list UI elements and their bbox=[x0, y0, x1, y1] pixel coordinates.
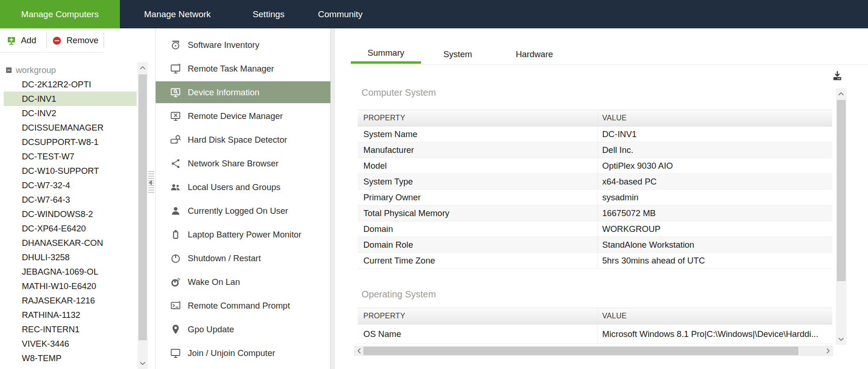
tree-item[interactable]: DC-TEST-W7 bbox=[0, 149, 137, 164]
tree-item[interactable]: ZMEETING-WIN10 bbox=[0, 365, 137, 369]
tree-item[interactable]: REC-INTERN1 bbox=[0, 322, 137, 336]
tree-item[interactable]: DC-W7-64-3 bbox=[0, 192, 137, 207]
table-row: Manufacturer Dell Inc. bbox=[358, 142, 832, 158]
table-header: PROPERTY VALUE bbox=[358, 110, 832, 126]
tree-item[interactable]: DC-2K12R2-OPTI bbox=[0, 77, 137, 92]
tool-item-label: Device Information bbox=[188, 87, 259, 98]
tree-item[interactable]: RATHINA-1132 bbox=[0, 308, 137, 322]
column-header-value: VALUE bbox=[598, 312, 832, 320]
tool-item-label: Gpo Update bbox=[188, 324, 234, 335]
tool-item[interactable]: Hard Disk Space Detector bbox=[156, 129, 330, 151]
tree-item[interactable]: DC-INV2 bbox=[0, 106, 137, 120]
tool-item[interactable]: Local Users and Groups bbox=[156, 176, 330, 198]
horizontal-scrollbar-thumb[interactable] bbox=[363, 347, 798, 355]
table-row: Total Physical Memory 16675072 MB bbox=[358, 205, 832, 221]
download-icon bbox=[831, 70, 844, 83]
tree-item[interactable]: DC-W10-SUPPORT bbox=[0, 164, 137, 178]
tree-item[interactable]: RAJASEKAR-1216 bbox=[0, 293, 137, 308]
tool-item-label: Remote Command Prompt bbox=[188, 301, 290, 311]
tree-item[interactable]: MATHI-W10-E6420 bbox=[0, 279, 137, 293]
tab[interactable]: System bbox=[423, 45, 493, 64]
tool-item[interactable]: Software Inventory bbox=[156, 34, 330, 56]
tree-item[interactable]: DCSUPPORT-W8-1 bbox=[0, 135, 137, 149]
tool-item[interactable]: Join / Unjoin Computer bbox=[156, 342, 330, 364]
add-button[interactable]: Add bbox=[7, 33, 36, 48]
nav-tab[interactable]: Manage Network bbox=[133, 0, 222, 28]
value-cell: 16675072 MB bbox=[598, 208, 832, 218]
vertical-scrollbar[interactable] bbox=[836, 88, 847, 345]
local-users-groups-icon bbox=[170, 181, 182, 193]
remove-button-label: Remove bbox=[66, 35, 99, 46]
vertical-scrollbar-thumb[interactable] bbox=[837, 100, 846, 281]
tree-item[interactable]: DC-WINDOWS8-2 bbox=[0, 207, 137, 221]
tree-item[interactable]: JEBAGNA-1069-OL bbox=[0, 264, 137, 279]
tree-item-label: ZMEETING-WIN10 bbox=[22, 368, 95, 369]
tree-item-list: DC-2K12R2-OPTI DC-INV1 DC-INV2 DCISSUEMA… bbox=[0, 77, 137, 369]
table-row: Model OptiPlex 9030 AIO bbox=[358, 158, 832, 174]
tree-item-label: RATHINA-1132 bbox=[22, 310, 80, 320]
tree-item[interactable]: DCISSUEMANAGER bbox=[0, 120, 137, 135]
property-cell: Primary Owner bbox=[358, 190, 598, 205]
logged-on-user-icon bbox=[170, 205, 182, 217]
software-inventory-icon bbox=[170, 39, 182, 51]
chevron-up-icon[interactable] bbox=[138, 63, 147, 72]
tool-item[interactable]: Remote Task Manager bbox=[156, 58, 330, 79]
operating-system-table: PROPERTY VALUE OS Name Microsoft Windows… bbox=[358, 308, 832, 344]
chevron-left-icon[interactable] bbox=[355, 346, 364, 356]
tab-bar-underline bbox=[351, 64, 868, 65]
splitter-collapse-handle[interactable] bbox=[148, 171, 154, 194]
tree-item[interactable]: DHANASEKAR-CON bbox=[0, 236, 137, 250]
collapse-minus-icon[interactable] bbox=[6, 67, 12, 73]
horizontal-scrollbar[interactable] bbox=[354, 346, 833, 356]
chevron-down-icon[interactable] bbox=[138, 359, 147, 368]
tree-item[interactable]: W8-TEMP bbox=[0, 351, 137, 365]
tree-item-label: REC-INTERN1 bbox=[22, 324, 79, 335]
nav-tab[interactable]: Manage Computers bbox=[0, 0, 120, 28]
nav-tab[interactable]: Community bbox=[307, 0, 374, 28]
tool-item[interactable]: Laptop Battery Power Monitor bbox=[156, 224, 330, 245]
tree-item-label: W8-TEMP bbox=[22, 353, 61, 363]
tree-scrollbar-thumb[interactable] bbox=[138, 74, 147, 340]
table-row: OS Name Microsoft Windows 8.1 Pro|C:\Win… bbox=[358, 324, 832, 344]
tool-item[interactable]: Remote Command Prompt bbox=[156, 295, 330, 316]
tree-root-workgroup[interactable]: workgroup bbox=[0, 63, 137, 77]
tool-item[interactable]: Network Share Browser bbox=[156, 152, 330, 174]
property-cell: Total Physical Memory bbox=[358, 205, 598, 221]
tab[interactable]: Summary bbox=[351, 45, 421, 64]
table-row: Domain Role StandAlone Workstation bbox=[358, 237, 832, 253]
tree-item-label: DC-XP64-E6420 bbox=[22, 224, 86, 234]
top-navigation: Manage Computers Manage Network Settings… bbox=[0, 0, 868, 28]
tree-item[interactable]: DC-INV1 bbox=[4, 92, 137, 106]
table-row: Domain WORKGROUP bbox=[358, 221, 832, 237]
tool-item[interactable]: Currently Logged On User bbox=[156, 200, 330, 222]
column-header-value: VALUE bbox=[598, 114, 832, 122]
tool-item-label: Wake On Lan bbox=[188, 277, 240, 287]
table-rows: System Name DC-INV1 Manufacturer Dell In… bbox=[358, 126, 832, 269]
tree-item[interactable]: DC-XP64-E6420 bbox=[0, 221, 137, 236]
tool-item-label: Join / Unjoin Computer bbox=[188, 348, 275, 358]
add-button-label: Add bbox=[21, 35, 36, 46]
remove-icon bbox=[52, 36, 62, 46]
chevron-down-icon[interactable] bbox=[836, 335, 846, 344]
tool-item[interactable]: Device Information bbox=[156, 81, 330, 103]
tree-scrollbar[interactable] bbox=[138, 62, 148, 369]
export-button[interactable] bbox=[830, 70, 844, 84]
tool-item[interactable]: Remote Device Manager bbox=[156, 105, 330, 127]
tree-item[interactable]: DHULI-3258 bbox=[0, 250, 137, 264]
remove-button[interactable]: Remove bbox=[52, 33, 99, 48]
tree-item-label: DHANASEKAR-CON bbox=[22, 238, 103, 248]
tab-bar: Summary System Hardware bbox=[351, 45, 569, 64]
property-cell: Domain bbox=[358, 221, 598, 237]
chevron-up-icon[interactable] bbox=[836, 89, 846, 99]
nav-tab[interactable]: Settings bbox=[242, 0, 296, 28]
tree-item[interactable]: DC-W7-32-4 bbox=[0, 178, 137, 192]
tab[interactable]: Hardware bbox=[500, 45, 569, 64]
tool-item[interactable]: Gpo Update bbox=[156, 318, 330, 340]
tool-item[interactable]: Wake On Lan bbox=[156, 271, 330, 293]
tree-item-label: DC-2K12R2-OPTI bbox=[22, 79, 91, 90]
chevron-right-icon[interactable] bbox=[823, 346, 833, 356]
tool-item[interactable]: Shutdown / Restart bbox=[156, 247, 330, 269]
tree-item[interactable]: VIVEK-3446 bbox=[0, 336, 137, 351]
value-cell: sysadmin bbox=[598, 192, 832, 203]
tool-item-label: Local Users and Groups bbox=[188, 182, 281, 192]
